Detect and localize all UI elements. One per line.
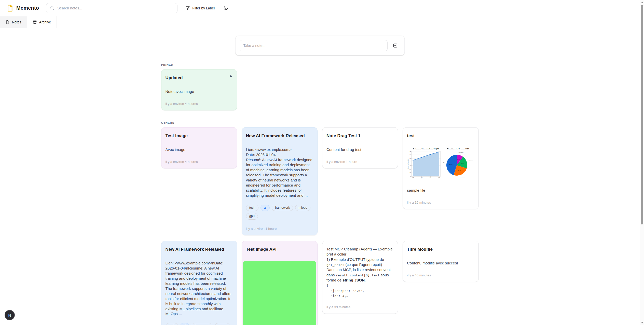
note-card[interactable]: New AI Framework ReleasedLien: <www.exam… bbox=[161, 241, 237, 325]
filter-icon bbox=[186, 6, 190, 10]
note-content: Lien: <www.example.com>\nDate: 2026-01-0… bbox=[166, 261, 233, 316]
app-title: Memento bbox=[16, 5, 39, 11]
note-content: Note avec image bbox=[166, 89, 233, 94]
note-content: Lien: <www.example.com> Date: 2026-01-04… bbox=[246, 147, 313, 198]
tab-notes[interactable]: Notes bbox=[0, 16, 27, 28]
svg-text:Répartition des Revenus 2024: Répartition des Revenus 2024 bbox=[447, 148, 469, 150]
svg-text:Consulting: Consulting bbox=[458, 152, 463, 153]
note-title: Titre Modifié bbox=[407, 247, 474, 252]
tag-pill[interactable]: ai bbox=[180, 323, 189, 325]
svg-text:Services: Services bbox=[460, 176, 465, 178]
notes-board: PINNED UpdatedNote avec imageil y a envi… bbox=[161, 63, 479, 325]
scrollbar-thumb[interactable] bbox=[641, 5, 643, 224]
tag-pill[interactable]: framework bbox=[191, 323, 213, 325]
note-content: Content for drag test bbox=[326, 147, 394, 152]
user-avatar[interactable]: N bbox=[5, 310, 15, 320]
note-title: Updated bbox=[166, 75, 233, 80]
note-chart-image: Croissance Trimestrielle du CA (M€)01020… bbox=[407, 147, 474, 180]
svg-text:70: 70 bbox=[410, 151, 411, 152]
note-image bbox=[243, 261, 316, 325]
others-section-label: OTHERS bbox=[161, 121, 479, 124]
note-card[interactable]: New AI Framework ReleasedLien: <www.exam… bbox=[242, 127, 318, 235]
tag-row: techaiframeworkmlopsgpu bbox=[246, 205, 313, 220]
tab-bar: Notes Archive bbox=[0, 16, 644, 28]
svg-text:Chiffre d'affaires (M€): Chiffre d'affaires (M€) bbox=[407, 159, 409, 169]
search-icon bbox=[50, 6, 54, 10]
svg-text:20: 20 bbox=[410, 169, 411, 170]
tab-archive-label: Archive bbox=[39, 20, 51, 24]
svg-text:Q3: Q3 bbox=[430, 177, 431, 178]
moon-icon bbox=[223, 6, 228, 10]
note-rich-line: "jsonrpc": "2.0", bbox=[326, 288, 394, 293]
scrollbar[interactable] bbox=[640, 0, 644, 325]
brand: Memento bbox=[6, 4, 39, 12]
tab-notes-label: Notes bbox=[12, 20, 21, 24]
note-rich-content: Test MCP Cleanup (Agent) — Exemple prêt … bbox=[326, 247, 394, 299]
search-input[interactable] bbox=[57, 6, 174, 10]
pin-icon[interactable] bbox=[229, 75, 233, 79]
note-content: sample file bbox=[407, 188, 474, 193]
user-avatar-initial: N bbox=[8, 313, 11, 317]
note-rich-line: 1) Exemple d'OUTPUT typique de get_notes… bbox=[326, 257, 394, 267]
svg-text:Q4: Q4 bbox=[438, 177, 440, 178]
tag-pill[interactable]: tech bbox=[166, 323, 178, 325]
note-title: New AI Framework Released bbox=[246, 133, 313, 138]
pinned-grid: UpdatedNote avec imageil y a environ 4 h… bbox=[161, 69, 479, 110]
svg-text:50: 50 bbox=[410, 158, 411, 159]
note-timestamp: il y a environ 4 heures bbox=[166, 160, 233, 164]
archive-icon bbox=[33, 20, 37, 24]
note-timestamp: il y a 40 minutes bbox=[407, 273, 474, 277]
svg-text:20.0%: 20.0% bbox=[461, 163, 464, 164]
others-grid: Test ImageAvec imageil y a environ 4 heu… bbox=[161, 127, 479, 325]
check-square-icon bbox=[393, 43, 398, 48]
note-card[interactable]: Test Image API bbox=[242, 241, 318, 325]
tag-pill[interactable]: gpu bbox=[246, 213, 258, 220]
scrollbar-up-arrow[interactable] bbox=[641, 2, 643, 3]
dark-mode-toggle[interactable] bbox=[221, 4, 230, 12]
revenue-pie-chart: Répartition des Revenus 202410.0%Consult… bbox=[443, 147, 473, 180]
search-box[interactable] bbox=[46, 3, 177, 13]
svg-text:Licences: Licences bbox=[469, 160, 473, 161]
filter-by-label-text: Filter by Label bbox=[192, 6, 215, 10]
tag-pill[interactable]: ai bbox=[261, 205, 270, 211]
pinned-section-label: PINNED bbox=[161, 63, 479, 66]
note-content: Contenu modifié avec succès! bbox=[407, 261, 474, 266]
tag-pill[interactable]: framework bbox=[272, 205, 293, 211]
note-title: Note Drag Test 1 bbox=[326, 133, 394, 138]
note-timestamp: il y a 16 minutes bbox=[407, 201, 474, 204]
svg-text:Q1: Q1 bbox=[412, 177, 414, 178]
tag-pill[interactable]: mlops bbox=[215, 323, 230, 325]
note-card[interactable]: UpdatedNote avec imageil y a environ 4 h… bbox=[161, 69, 237, 110]
scrollbar-down-arrow[interactable] bbox=[641, 322, 643, 323]
note-content: Avec image bbox=[166, 147, 233, 152]
note-rich-line: { bbox=[326, 283, 394, 288]
note-card[interactable]: Note Drag Test 1Content for drag testil … bbox=[322, 127, 398, 168]
note-card[interactable]: Test MCP Cleanup (Agent) — Exemple prêt … bbox=[322, 241, 398, 314]
svg-text:Croissance Trimestrielle du CA: Croissance Trimestrielle du CA (M€) bbox=[413, 148, 439, 150]
note-title: New AI Framework Released bbox=[166, 247, 233, 252]
note-timestamp: il y a environ 4 heures bbox=[166, 102, 233, 106]
app-root: Memento Filter by Label Notes bbox=[0, 0, 644, 325]
svg-text:30: 30 bbox=[410, 165, 411, 166]
svg-text:40: 40 bbox=[410, 161, 411, 163]
note-timestamp: il y a 39 minutes bbox=[326, 305, 394, 309]
svg-text:25.0%: 25.0% bbox=[458, 170, 461, 171]
note-title: Test Image API bbox=[246, 247, 313, 252]
note-card[interactable]: Test ImageAvec imageil y a environ 4 heu… bbox=[161, 127, 237, 168]
app-header: Memento Filter by Label bbox=[0, 0, 644, 16]
note-rich-line: Test MCP Cleanup (Agent) — Exemple prêt … bbox=[326, 247, 394, 257]
note-file-icon bbox=[6, 20, 10, 24]
note-title: test bbox=[407, 133, 474, 138]
checkbox-note-button[interactable] bbox=[390, 40, 400, 51]
note-timestamp: il y a environ 1 heure bbox=[326, 160, 394, 164]
filter-by-label-button[interactable]: Filter by Label bbox=[184, 4, 217, 12]
note-composer bbox=[235, 36, 405, 55]
note-timestamp: il y a environ 1 heure bbox=[246, 227, 313, 231]
tab-archive[interactable]: Archive bbox=[27, 16, 57, 28]
tag-pill[interactable]: mlops bbox=[295, 205, 310, 211]
take-note-input[interactable] bbox=[240, 40, 388, 51]
note-card[interactable]: Titre ModifiéContenu modifié avec succès… bbox=[403, 241, 478, 282]
note-card[interactable]: testCroissance Trimestrielle du CA (M€)0… bbox=[403, 127, 478, 209]
note-title: Test Image bbox=[166, 133, 233, 138]
tag-pill[interactable]: tech bbox=[246, 205, 259, 211]
